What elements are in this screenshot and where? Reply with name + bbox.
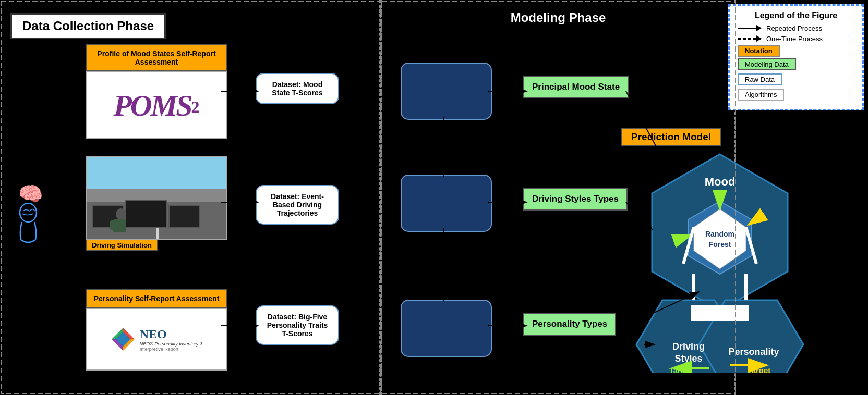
svg-point-22 [116,208,126,220]
dataset-column: Dataset: Mood State T-Scores Dataset: Ev… [256,73,339,345]
legend-notation-badge: Notation [738,45,780,57]
driving-image-box [86,156,227,240]
model-box-driving [401,175,492,232]
svg-text:Personality: Personality [728,347,779,357]
poms-logo-text: POMS [113,89,191,122]
legend-repeated: Repeated Process [738,24,854,32]
data-collection-title: Data Collection Phase [10,13,166,39]
neo-section: Personality Self-Report Assessment [86,289,227,371]
person-head-icon [17,203,40,234]
prediction-model-container: Prediction Model Mood [589,128,861,373]
svg-text:Styles: Styles [674,353,702,364]
dataset-mood: Dataset: Mood State T-Scores [256,73,339,104]
neo-text: NEO NEO® Personality Inventory-3 Interpr… [140,327,203,352]
legend-modeling-data: Modeling Data [738,58,854,70]
neo-header: Personality Self-Report Assessment [86,289,227,308]
person-silhouette [103,208,134,239]
neo-image: NEO NEO® Personality Inventory-3 Interpr… [86,308,227,371]
svg-text:Mood: Mood [705,175,736,188]
green-label-mood: Principal Mood State [523,76,629,98]
neo-title: NEO [140,327,203,341]
neo-note: Interpretive Report [140,347,203,352]
modeling-title: Modeling Phase [511,10,606,25]
main-container: Data Collection Phase 🧠 Profile of Mood … [0,0,868,395]
neo-logo: NEO NEO® Personality Inventory-3 Interpr… [111,327,203,352]
poms-header: Profile of Mood States Self-Report Asses… [86,44,227,71]
dataset-personality: Dataset: Big-Five Personality Traits T-S… [256,305,339,345]
neo-diamond [111,327,136,352]
brain-icon: 🧠 [18,182,43,205]
model-box-mood [401,63,492,120]
model-box-personality [401,300,492,357]
poms-section: Profile of Mood States Self-Report Asses… [86,44,227,139]
svg-text:Driving: Driving [672,341,705,352]
poms-superscript: 2 [191,97,200,116]
legend-title: Legend of the Figure [738,11,854,20]
poms-image: POMS2 [86,71,227,139]
svg-rect-24 [110,220,115,230]
svg-text:Target: Target [748,366,771,373]
neo-subtitle: NEO® Personality Inventory-3 [140,341,203,347]
svg-text:Random: Random [705,230,734,238]
legend-gray-badge: Algorithms [738,89,784,101]
driving-section: Driving Simulation [86,156,227,251]
solid-arrow-icon [738,28,761,29]
legend-raw-data: Raw Data [738,73,854,85]
dashed-arrow-icon [738,38,761,40]
svg-point-21 [20,203,37,222]
svg-text:Forest: Forest [709,240,731,249]
svg-rect-40 [691,305,749,321]
legend-onetime-label: One-Time Process [766,35,823,43]
hex-diagram: Mood Random Forest Driving Styles Person… [589,149,850,373]
dataset-driving: Dataset: Event-Based Driving Trajectorie… [256,185,339,225]
legend-onetime: One-Time Process [738,35,854,43]
legend-algorithms: Algorithms [738,89,854,101]
hex-svg: Mood Random Forest Driving Styles Person… [589,149,850,373]
legend-repeated-label: Repeated Process [766,24,822,32]
prediction-header: Prediction Model [621,128,721,146]
legend-notation: Notation [738,46,854,55]
driving-label: Driving Simulation [86,240,158,251]
legend-blue-badge: Raw Data [738,73,782,85]
legend: Legend of the Figure Repeated Process On… [728,4,864,110]
legend-green-badge: Modeling Data [738,58,796,70]
